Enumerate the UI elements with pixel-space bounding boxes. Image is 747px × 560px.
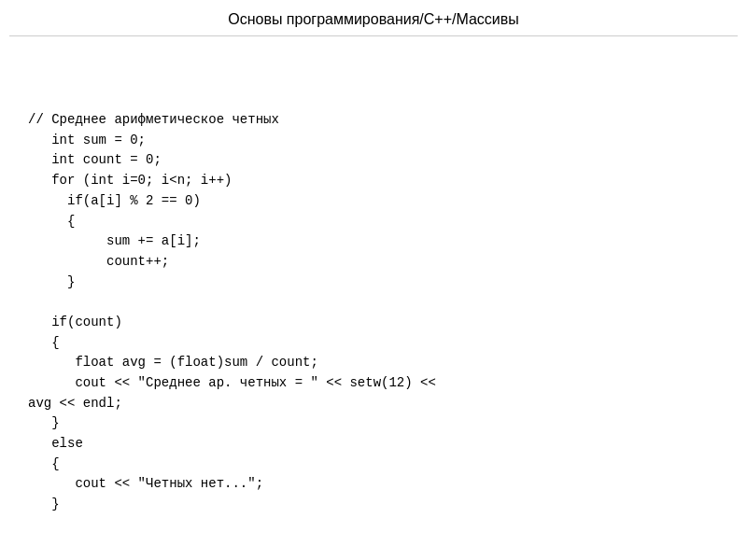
code-line: avg << endl;	[28, 394, 728, 414]
code-line: // Среднее арифметическое четных	[28, 110, 728, 131]
code-line: int count = 0;	[28, 150, 728, 171]
code-block: // Среднее арифметическое четных int sum…	[0, 36, 747, 525]
code-line: else	[28, 434, 728, 455]
code-line: {	[28, 212, 728, 232]
code-line: float avg = (float)sum / count;	[28, 353, 728, 373]
page-container: Основы программирования/C++/Массивы // С…	[0, 0, 747, 560]
code-line: sum += a[i];	[28, 231, 728, 252]
code-line: {	[28, 455, 728, 475]
code-line: }	[28, 273, 728, 293]
code-line	[28, 292, 728, 313]
code-line: }	[28, 495, 728, 515]
code-line: for (int i=0; i<n; i++)	[28, 171, 728, 191]
code-line: }	[28, 413, 728, 434]
code-line: int sum = 0;	[28, 131, 728, 151]
code-line: {	[28, 333, 728, 354]
code-line: cout << "Четных нет...";	[28, 474, 728, 495]
page-title: Основы программирования/C++/Массивы	[0, 0, 747, 35]
code-line: if(a[i] % 2 == 0)	[28, 191, 728, 212]
code-line: cout << "Среднее ар. четных = " << setw(…	[28, 373, 728, 394]
code-line: count++;	[28, 252, 728, 273]
code-line: if(count)	[28, 313, 728, 333]
